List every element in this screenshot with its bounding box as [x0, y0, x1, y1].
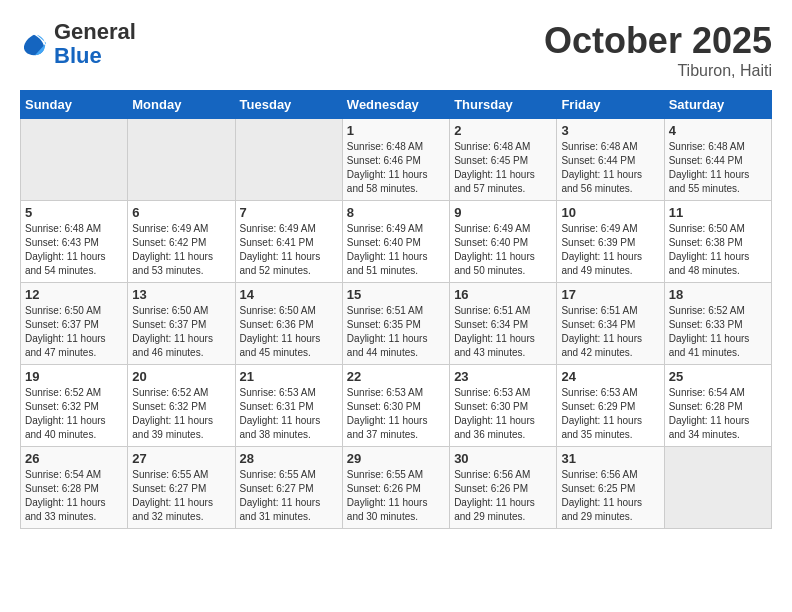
day-info: Sunrise: 6:56 AM Sunset: 6:26 PM Dayligh… — [454, 468, 552, 524]
day-info: Sunrise: 6:50 AM Sunset: 6:37 PM Dayligh… — [132, 304, 230, 360]
calendar-table: SundayMondayTuesdayWednesdayThursdayFrid… — [20, 90, 772, 529]
day-number: 27 — [132, 451, 230, 466]
day-info: Sunrise: 6:53 AM Sunset: 6:30 PM Dayligh… — [454, 386, 552, 442]
day-number: 4 — [669, 123, 767, 138]
day-info: Sunrise: 6:55 AM Sunset: 6:27 PM Dayligh… — [132, 468, 230, 524]
day-of-week-header: Friday — [557, 91, 664, 119]
day-info: Sunrise: 6:55 AM Sunset: 6:27 PM Dayligh… — [240, 468, 338, 524]
logo-icon — [20, 30, 48, 58]
calendar-cell: 2Sunrise: 6:48 AM Sunset: 6:45 PM Daylig… — [450, 119, 557, 201]
header-row: SundayMondayTuesdayWednesdayThursdayFrid… — [21, 91, 772, 119]
day-number: 3 — [561, 123, 659, 138]
day-info: Sunrise: 6:48 AM Sunset: 6:46 PM Dayligh… — [347, 140, 445, 196]
day-number: 29 — [347, 451, 445, 466]
calendar-cell — [664, 447, 771, 529]
day-number: 10 — [561, 205, 659, 220]
day-number: 18 — [669, 287, 767, 302]
day-number: 11 — [669, 205, 767, 220]
calendar-cell: 25Sunrise: 6:54 AM Sunset: 6:28 PM Dayli… — [664, 365, 771, 447]
day-number: 28 — [240, 451, 338, 466]
day-info: Sunrise: 6:54 AM Sunset: 6:28 PM Dayligh… — [25, 468, 123, 524]
calendar-week-row: 26Sunrise: 6:54 AM Sunset: 6:28 PM Dayli… — [21, 447, 772, 529]
calendar-cell: 22Sunrise: 6:53 AM Sunset: 6:30 PM Dayli… — [342, 365, 449, 447]
day-number: 15 — [347, 287, 445, 302]
page-header: General Blue October 2025 Tiburon, Haiti — [20, 20, 772, 80]
day-info: Sunrise: 6:48 AM Sunset: 6:44 PM Dayligh… — [561, 140, 659, 196]
day-number: 9 — [454, 205, 552, 220]
calendar-cell: 18Sunrise: 6:52 AM Sunset: 6:33 PM Dayli… — [664, 283, 771, 365]
calendar-week-row: 5Sunrise: 6:48 AM Sunset: 6:43 PM Daylig… — [21, 201, 772, 283]
month-title: October 2025 — [544, 20, 772, 62]
calendar-cell: 16Sunrise: 6:51 AM Sunset: 6:34 PM Dayli… — [450, 283, 557, 365]
calendar-cell: 8Sunrise: 6:49 AM Sunset: 6:40 PM Daylig… — [342, 201, 449, 283]
day-number: 17 — [561, 287, 659, 302]
calendar-cell: 13Sunrise: 6:50 AM Sunset: 6:37 PM Dayli… — [128, 283, 235, 365]
calendar-cell: 15Sunrise: 6:51 AM Sunset: 6:35 PM Dayli… — [342, 283, 449, 365]
day-number: 30 — [454, 451, 552, 466]
day-info: Sunrise: 6:51 AM Sunset: 6:34 PM Dayligh… — [454, 304, 552, 360]
day-number: 19 — [25, 369, 123, 384]
calendar-cell: 4Sunrise: 6:48 AM Sunset: 6:44 PM Daylig… — [664, 119, 771, 201]
day-info: Sunrise: 6:52 AM Sunset: 6:33 PM Dayligh… — [669, 304, 767, 360]
day-info: Sunrise: 6:53 AM Sunset: 6:30 PM Dayligh… — [347, 386, 445, 442]
day-info: Sunrise: 6:54 AM Sunset: 6:28 PM Dayligh… — [669, 386, 767, 442]
calendar-cell: 9Sunrise: 6:49 AM Sunset: 6:40 PM Daylig… — [450, 201, 557, 283]
day-info: Sunrise: 6:48 AM Sunset: 6:44 PM Dayligh… — [669, 140, 767, 196]
day-info: Sunrise: 6:50 AM Sunset: 6:36 PM Dayligh… — [240, 304, 338, 360]
day-info: Sunrise: 6:48 AM Sunset: 6:45 PM Dayligh… — [454, 140, 552, 196]
calendar-cell: 27Sunrise: 6:55 AM Sunset: 6:27 PM Dayli… — [128, 447, 235, 529]
day-info: Sunrise: 6:48 AM Sunset: 6:43 PM Dayligh… — [25, 222, 123, 278]
day-number: 14 — [240, 287, 338, 302]
calendar-cell: 24Sunrise: 6:53 AM Sunset: 6:29 PM Dayli… — [557, 365, 664, 447]
day-number: 20 — [132, 369, 230, 384]
day-of-week-header: Saturday — [664, 91, 771, 119]
calendar-cell: 14Sunrise: 6:50 AM Sunset: 6:36 PM Dayli… — [235, 283, 342, 365]
logo-blue-text: Blue — [54, 43, 102, 68]
calendar-cell: 23Sunrise: 6:53 AM Sunset: 6:30 PM Dayli… — [450, 365, 557, 447]
day-info: Sunrise: 6:51 AM Sunset: 6:34 PM Dayligh… — [561, 304, 659, 360]
calendar-cell: 11Sunrise: 6:50 AM Sunset: 6:38 PM Dayli… — [664, 201, 771, 283]
calendar-cell: 26Sunrise: 6:54 AM Sunset: 6:28 PM Dayli… — [21, 447, 128, 529]
logo: General Blue — [20, 20, 136, 68]
day-number: 2 — [454, 123, 552, 138]
day-number: 13 — [132, 287, 230, 302]
calendar-cell: 7Sunrise: 6:49 AM Sunset: 6:41 PM Daylig… — [235, 201, 342, 283]
day-number: 25 — [669, 369, 767, 384]
calendar-cell — [21, 119, 128, 201]
calendar-cell: 28Sunrise: 6:55 AM Sunset: 6:27 PM Dayli… — [235, 447, 342, 529]
day-info: Sunrise: 6:53 AM Sunset: 6:29 PM Dayligh… — [561, 386, 659, 442]
day-info: Sunrise: 6:56 AM Sunset: 6:25 PM Dayligh… — [561, 468, 659, 524]
calendar-week-row: 19Sunrise: 6:52 AM Sunset: 6:32 PM Dayli… — [21, 365, 772, 447]
day-info: Sunrise: 6:49 AM Sunset: 6:42 PM Dayligh… — [132, 222, 230, 278]
calendar-cell — [235, 119, 342, 201]
day-number: 21 — [240, 369, 338, 384]
calendar-cell: 5Sunrise: 6:48 AM Sunset: 6:43 PM Daylig… — [21, 201, 128, 283]
calendar-body: 1Sunrise: 6:48 AM Sunset: 6:46 PM Daylig… — [21, 119, 772, 529]
calendar-cell: 31Sunrise: 6:56 AM Sunset: 6:25 PM Dayli… — [557, 447, 664, 529]
day-number: 31 — [561, 451, 659, 466]
day-info: Sunrise: 6:53 AM Sunset: 6:31 PM Dayligh… — [240, 386, 338, 442]
day-number: 5 — [25, 205, 123, 220]
day-info: Sunrise: 6:52 AM Sunset: 6:32 PM Dayligh… — [132, 386, 230, 442]
day-info: Sunrise: 6:50 AM Sunset: 6:37 PM Dayligh… — [25, 304, 123, 360]
day-number: 6 — [132, 205, 230, 220]
logo-general-text: General — [54, 19, 136, 44]
day-number: 24 — [561, 369, 659, 384]
day-info: Sunrise: 6:49 AM Sunset: 6:40 PM Dayligh… — [347, 222, 445, 278]
calendar-cell — [128, 119, 235, 201]
title-block: October 2025 Tiburon, Haiti — [544, 20, 772, 80]
day-of-week-header: Monday — [128, 91, 235, 119]
day-of-week-header: Sunday — [21, 91, 128, 119]
day-number: 26 — [25, 451, 123, 466]
day-info: Sunrise: 6:49 AM Sunset: 6:41 PM Dayligh… — [240, 222, 338, 278]
calendar-header: SundayMondayTuesdayWednesdayThursdayFrid… — [21, 91, 772, 119]
calendar-cell: 10Sunrise: 6:49 AM Sunset: 6:39 PM Dayli… — [557, 201, 664, 283]
day-info: Sunrise: 6:49 AM Sunset: 6:39 PM Dayligh… — [561, 222, 659, 278]
day-info: Sunrise: 6:50 AM Sunset: 6:38 PM Dayligh… — [669, 222, 767, 278]
calendar-cell: 12Sunrise: 6:50 AM Sunset: 6:37 PM Dayli… — [21, 283, 128, 365]
calendar-week-row: 12Sunrise: 6:50 AM Sunset: 6:37 PM Dayli… — [21, 283, 772, 365]
calendar-cell: 20Sunrise: 6:52 AM Sunset: 6:32 PM Dayli… — [128, 365, 235, 447]
calendar-cell: 17Sunrise: 6:51 AM Sunset: 6:34 PM Dayli… — [557, 283, 664, 365]
day-info: Sunrise: 6:52 AM Sunset: 6:32 PM Dayligh… — [25, 386, 123, 442]
calendar-cell: 29Sunrise: 6:55 AM Sunset: 6:26 PM Dayli… — [342, 447, 449, 529]
